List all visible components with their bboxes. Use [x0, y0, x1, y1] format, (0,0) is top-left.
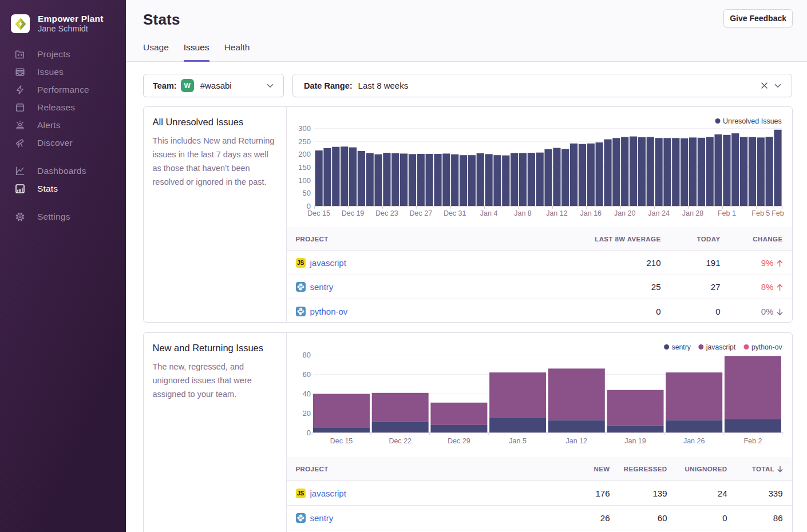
svg-text:Dec 31: Dec 31: [443, 209, 466, 217]
svg-text:Jan 12: Jan 12: [565, 437, 587, 445]
svg-text:Dec 19: Dec 19: [341, 209, 364, 217]
svg-text:Dec 22: Dec 22: [389, 437, 412, 445]
svg-text:Feb 5: Feb 5: [751, 209, 770, 217]
svg-text:200: 200: [298, 150, 311, 158]
svg-text:Dec 27: Dec 27: [409, 209, 432, 217]
svg-text:javascript: javascript: [705, 343, 735, 351]
svg-text:Jan 19: Jan 19: [624, 437, 646, 445]
svg-text:Jan 8: Jan 8: [514, 209, 532, 217]
svg-text:Dec 15: Dec 15: [307, 209, 330, 217]
svg-text:python-ov: python-ov: [751, 343, 782, 351]
svg-text:Dec 15: Dec 15: [330, 437, 353, 445]
svg-text:Unresolved Issues: Unresolved Issues: [723, 117, 782, 125]
svg-text:20: 20: [302, 409, 310, 418]
svg-text:Jan 16: Jan 16: [580, 209, 602, 217]
svg-text:Jan 24: Jan 24: [648, 209, 670, 217]
svg-text:Feb 1: Feb 1: [717, 209, 735, 217]
svg-text:Feb: Feb: [772, 209, 784, 217]
svg-text:100: 100: [298, 176, 311, 185]
svg-text:40: 40: [302, 390, 310, 398]
svg-text:Jan 12: Jan 12: [546, 209, 568, 217]
svg-text:50: 50: [302, 189, 310, 197]
svg-text:Feb 2: Feb 2: [743, 437, 762, 445]
svg-text:300: 300: [298, 124, 311, 133]
svg-text:Jan 26: Jan 26: [683, 437, 705, 445]
svg-text:Dec 29: Dec 29: [448, 437, 470, 445]
svg-text:60: 60: [302, 370, 310, 379]
svg-text:sentry: sentry: [671, 343, 691, 351]
svg-text:Jan 20: Jan 20: [614, 209, 635, 217]
svg-text:0: 0: [306, 428, 310, 437]
svg-text:Dec 23: Dec 23: [375, 209, 398, 217]
svg-text:Jan 4: Jan 4: [480, 209, 497, 217]
svg-text:250: 250: [298, 137, 311, 146]
svg-text:150: 150: [298, 163, 311, 172]
svg-text:Jan 28: Jan 28: [682, 209, 703, 217]
svg-text:80: 80: [302, 351, 310, 359]
svg-text:Jan 5: Jan 5: [509, 437, 527, 445]
